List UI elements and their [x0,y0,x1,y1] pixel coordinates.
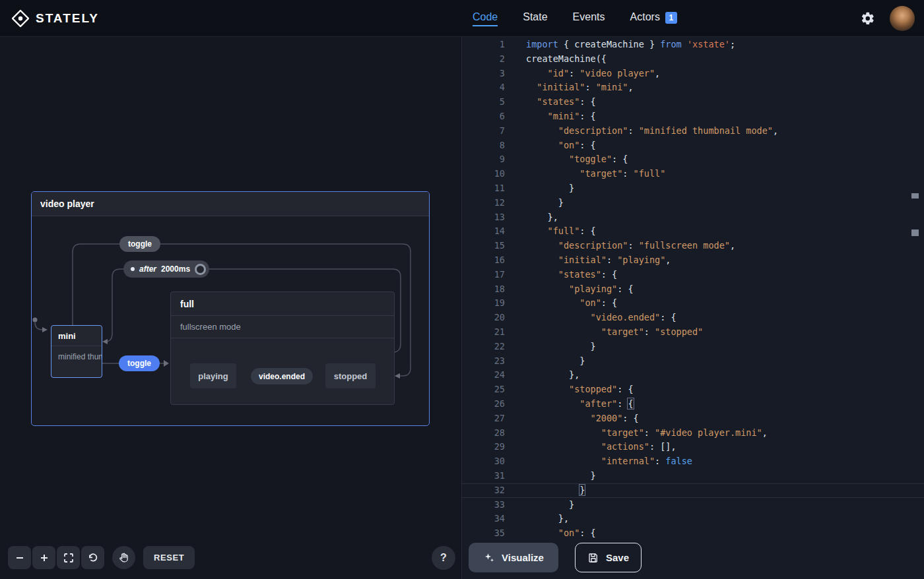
tab-label: Actors [630,11,660,26]
visualize-button[interactable]: Visualize [469,543,558,572]
reset-zoom-button[interactable] [81,546,104,569]
code-line[interactable]: 23 } [462,354,924,369]
code-line[interactable]: 15 "description": "fullscreen mode", [462,239,924,253]
code-line[interactable]: 31 } [462,469,924,483]
code-line[interactable]: 29 "actions": [], [462,440,924,454]
line-number: 8 [462,138,505,153]
state-mini-title: mini [51,326,102,346]
code-line[interactable]: 19 "on": { [462,296,924,311]
code-line[interactable]: 22 } [462,340,924,354]
code-text: "states": { [526,95,596,109]
code-line[interactable]: 9 "toggle": { [462,152,924,167]
state-stopped[interactable]: stopped [325,363,376,388]
user-avatar[interactable] [890,6,915,31]
code-text: "2000": { [526,411,639,426]
stately-logo[interactable]: STATELY [0,10,99,27]
code-line[interactable]: 21 "target": "stopped" [462,325,924,340]
code-text: "after": { [526,397,634,411]
code-text: }, [526,368,579,382]
code-text: "toggle": { [526,152,628,167]
code-editor-panel[interactable]: 1import { createMachine } from 'xstate';… [462,37,924,579]
code-line[interactable]: 3 "id": "video player", [462,67,924,81]
state-full-title: full [171,292,394,316]
code-line[interactable]: 25 "stopped": { [462,382,924,397]
code-line[interactable]: 6 "mini": { [462,109,924,124]
code-line[interactable]: 5 "states": { [462,95,924,109]
tab-code[interactable]: Code [473,11,498,26]
help-button[interactable]: ? [432,546,455,570]
line-number: 21 [462,325,505,340]
zoom-controls [8,546,104,569]
code-text: } [526,354,585,369]
line-number: 10 [462,167,505,181]
code-line[interactable]: 35 "on": { [462,526,924,541]
code-line[interactable]: 8 "on": { [462,138,924,153]
code-line[interactable]: 32 } [462,483,924,498]
code-line[interactable]: 17 "states": { [462,268,924,282]
line-number: 32 [462,483,505,498]
line-number: 30 [462,454,505,469]
line-number: 27 [462,411,505,426]
code-line[interactable]: 20 "video.ended": { [462,311,924,325]
transition-toggle-selected[interactable]: toggle [119,355,160,371]
code-text: "description": "fullscreen mode", [526,239,735,253]
code-line[interactable]: 26 "after": { [462,397,924,411]
state-mini[interactable]: mini minified thumbnail mode [51,325,102,378]
code-line[interactable]: 13 }, [462,210,924,225]
code-line[interactable]: 33 } [462,498,924,512]
code-line[interactable]: 10 "target": "full" [462,167,924,181]
sparkle-icon [483,552,495,564]
transition-video-ended[interactable]: video.ended [251,368,313,384]
transition-toggle-top-label: toggle [128,239,152,249]
settings-gear-icon[interactable] [861,11,875,26]
machine-canvas[interactable]: video player toggle after 2000ms full fu… [0,37,462,579]
pan-hand-button[interactable] [112,546,135,569]
code-text: "states": { [526,268,617,282]
code-line[interactable]: 34 }, [462,512,924,526]
code-line[interactable]: 7 "description": "minified thumbnail mod… [462,124,924,138]
save-button[interactable]: Save [575,543,642,572]
code-text: "internal": false [526,454,692,469]
state-playing[interactable]: playing [190,363,236,388]
code-line[interactable]: 24 }, [462,368,924,382]
code-line[interactable]: 2createMachine({ [462,52,924,67]
code-line[interactable]: 27 "2000": { [462,411,924,426]
code-text: }, [526,512,569,526]
code-line[interactable]: 11 } [462,181,924,196]
code-line[interactable]: 28 "target": "#video player.mini", [462,426,924,441]
state-full[interactable]: full fullscreen mode playing video.ended… [170,291,395,405]
tab-state[interactable]: State [523,11,547,26]
code-line[interactable]: 14 "full": { [462,224,924,239]
code-line[interactable]: 18 "playing": { [462,282,924,297]
transition-after-2000ms[interactable]: after 2000ms [123,260,209,278]
line-number: 28 [462,426,505,441]
line-number: 11 [462,181,505,196]
reset-button[interactable]: RESET [143,546,195,569]
state-mini-description: minified thumbnail mode [51,346,102,361]
after-delay: 2000ms [161,264,190,274]
code-line[interactable]: 12 } [462,196,924,210]
code-text: }, [526,210,558,225]
code-line[interactable]: 16 "initial": "playing", [462,253,924,268]
transition-toggle-top[interactable]: toggle [119,236,160,252]
code-lines: 1import { createMachine } from 'xstate';… [462,37,924,541]
line-number: 6 [462,109,505,124]
code-text: "mini": { [526,109,596,124]
tab-actors[interactable]: Actors1 [630,11,677,26]
line-number: 4 [462,80,505,95]
fit-view-button[interactable] [57,546,80,569]
code-text: } [526,196,564,210]
line-number: 2 [462,52,505,67]
canvas-toolbar: RESET [8,546,195,569]
app-header: STATELY CodeStateEventsActors1 [0,0,924,37]
state-stopped-title: stopped [334,371,368,381]
zoom-out-button[interactable] [8,546,31,569]
tab-label: Code [473,11,498,26]
code-text: } [526,498,574,512]
code-line[interactable]: 4 "initial": "mini", [462,80,924,95]
code-line[interactable]: 30 "internal": false [462,454,924,469]
tab-events[interactable]: Events [573,11,605,26]
zoom-in-button[interactable] [32,546,55,569]
line-number: 3 [462,67,505,81]
code-line[interactable]: 1import { createMachine } from 'xstate'; [462,38,924,52]
